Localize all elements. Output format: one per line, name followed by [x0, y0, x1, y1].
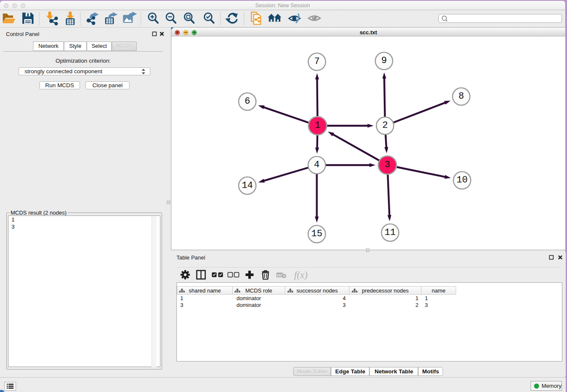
svg-text:f(x): f(x) [294, 270, 308, 280]
